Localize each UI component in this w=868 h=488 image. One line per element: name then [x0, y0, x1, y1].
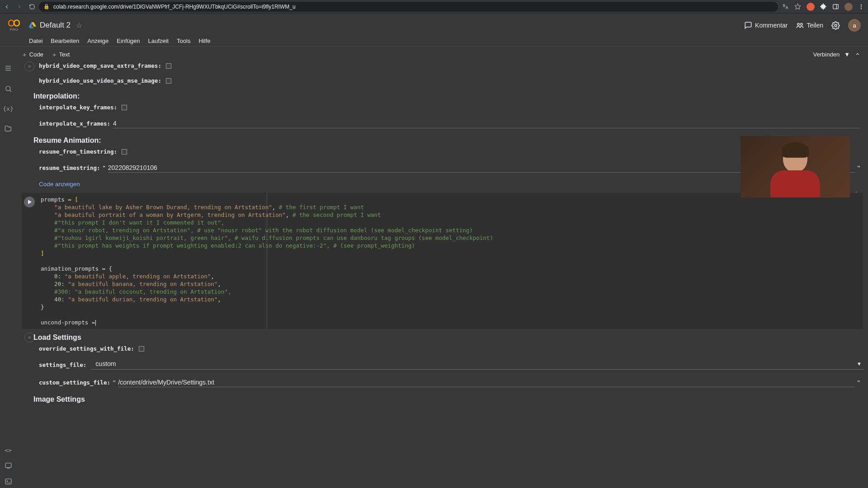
svg-point-4 — [861, 8, 862, 9]
image-settings-heading: Image Settings — [33, 395, 864, 404]
prompts-code-cell: ↑ ⋮ prompts = [ "a beautiful lake by Ash… — [22, 193, 863, 329]
settings-file-label: settings_file: — [39, 361, 86, 368]
connect-dropdown-icon[interactable]: ▼ — [844, 51, 850, 58]
drive-file-icon — [29, 22, 36, 28]
svg-line-14 — [9, 90, 11, 92]
menu-bar: Datei Bearbeiten Anzeige Einfügen Laufze… — [7, 35, 861, 46]
override-checkbox[interactable] — [139, 346, 144, 352]
code-editor[interactable]: prompts = [ "a beautiful lake by Asher B… — [37, 193, 863, 329]
run-button[interactable] — [24, 333, 34, 343]
interp-key-checkbox[interactable] — [122, 105, 127, 110]
colab-logo[interactable]: PRO — [7, 19, 21, 32]
hybrid-save-label: hybrid_video_comp_save_extra_frames: — [39, 62, 161, 69]
snippets-icon[interactable]: <> — [5, 447, 12, 454]
comment-button[interactable]: Kommentar — [744, 21, 788, 29]
menu-view[interactable]: Anzeige — [87, 38, 108, 44]
svg-point-5 — [9, 20, 14, 26]
search-icon[interactable] — [5, 85, 12, 93]
forward-icon[interactable] — [16, 4, 23, 10]
svg-point-8 — [801, 23, 803, 26]
notebook-main: hybrid_video_comp_save_extra_frames: hyb… — [16, 60, 868, 488]
add-text-button[interactable]: +Text — [48, 49, 75, 60]
load-settings-heading: Load Settings — [33, 333, 864, 342]
menu-edit[interactable]: Bearbeiten — [51, 38, 79, 44]
user-avatar[interactable]: a — [848, 19, 861, 32]
notebook-title-bar: Default 2 ☆ — [29, 21, 82, 30]
nav-icons — [4, 4, 35, 10]
hybrid-mse-checkbox[interactable] — [166, 78, 171, 84]
settings-file-select[interactable]: custom ▼ — [91, 360, 864, 370]
run-button[interactable] — [24, 61, 34, 71]
vars-icon[interactable]: {x} — [3, 105, 13, 112]
resume-ts-label: resume_timestring: — [39, 164, 100, 171]
extensions-icon[interactable] — [820, 3, 827, 10]
custom-file-label: custom_settings_file: — [39, 379, 110, 386]
url-text: colab.research.google.com/drive/1DiGVaNW… — [53, 4, 296, 10]
star-icon[interactable] — [794, 3, 801, 10]
run-cell-button[interactable] — [24, 197, 35, 207]
svg-point-2 — [861, 4, 862, 5]
svg-point-6 — [14, 20, 19, 26]
webcam-overlay — [741, 136, 850, 197]
profile-avatar-icon[interactable] — [844, 3, 853, 11]
browser-toolbar: 🔒 colab.research.google.com/drive/1DiGVa… — [0, 0, 868, 14]
menu-help[interactable]: Hilfe — [198, 38, 210, 44]
svg-point-9 — [835, 24, 837, 27]
svg-point-3 — [861, 6, 862, 7]
add-code-button[interactable]: +Code — [18, 49, 48, 60]
form-cell-load: Load Settings override_settings_with_fil… — [20, 333, 864, 404]
interp-x-label: interpolate_x_frames: — [39, 120, 110, 127]
menu-runtime[interactable]: Laufzeit — [148, 38, 169, 44]
override-label: override_settings_with_file: — [39, 345, 134, 352]
settings-gear-icon[interactable] — [831, 21, 840, 30]
kebab-icon[interactable] — [858, 4, 864, 10]
hybrid-mse-label: hybrid_video_use_video_as_mse_image: — [39, 77, 161, 84]
person-figure — [770, 144, 820, 197]
collapse-icon[interactable] — [854, 51, 861, 57]
extension-badge-icon[interactable] — [807, 3, 815, 11]
notebook-title[interactable]: Default 2 — [40, 21, 71, 30]
interp-key-label: interpolate_key_frames: — [39, 104, 117, 111]
files-icon[interactable] — [5, 125, 12, 132]
form-cell-animation: hybrid_video_comp_save_extra_frames: hyb… — [20, 62, 864, 188]
share-button[interactable]: Teilen — [796, 21, 823, 29]
svg-rect-0 — [833, 5, 838, 9]
resume-from-checkbox[interactable] — [122, 149, 127, 155]
browser-right — [782, 3, 864, 11]
reload-icon[interactable] — [29, 4, 35, 10]
address-bar[interactable]: 🔒 colab.research.google.com/drive/1DiGVa… — [39, 2, 778, 12]
star-outline-icon[interactable]: ☆ — [76, 21, 82, 30]
toc-icon[interactable] — [4, 64, 12, 72]
panel-icon[interactable] — [832, 3, 839, 10]
lock-icon: 🔒 — [43, 4, 50, 9]
hybrid-save-checkbox[interactable] — [166, 63, 171, 69]
svg-rect-15 — [5, 463, 11, 468]
colab-header: PRO Default 2 ☆ Kommentar Teilen a Datei… — [0, 14, 868, 46]
menu-tools[interactable]: Tools — [177, 38, 190, 44]
interp-x-input[interactable] — [113, 119, 860, 128]
svg-point-13 — [5, 86, 10, 91]
terminal-icon[interactable] — [5, 478, 12, 485]
connect-button[interactable]: Verbinden — [813, 51, 840, 58]
custom-file-input[interactable] — [118, 378, 854, 387]
svg-rect-17 — [5, 479, 11, 484]
ruler-line — [267, 193, 267, 329]
commands-icon[interactable] — [5, 462, 12, 469]
svg-point-7 — [797, 23, 800, 26]
menu-insert[interactable]: Einfügen — [117, 38, 140, 44]
left-rail: {x} — [0, 60, 16, 488]
translate-icon[interactable] — [782, 3, 789, 10]
interpolation-heading: Interpolation: — [33, 92, 864, 100]
back-icon[interactable] — [4, 4, 10, 10]
text-cursor — [95, 320, 96, 326]
code-run-gutter — [22, 193, 37, 329]
resume-from-label: resume_from_timestring: — [39, 148, 117, 155]
menu-file[interactable]: Datei — [29, 38, 42, 44]
resume-heading: Resume Animation: — [33, 136, 864, 145]
pro-badge: PRO — [10, 28, 19, 32]
chevron-down-icon: ▼ — [857, 361, 862, 366]
